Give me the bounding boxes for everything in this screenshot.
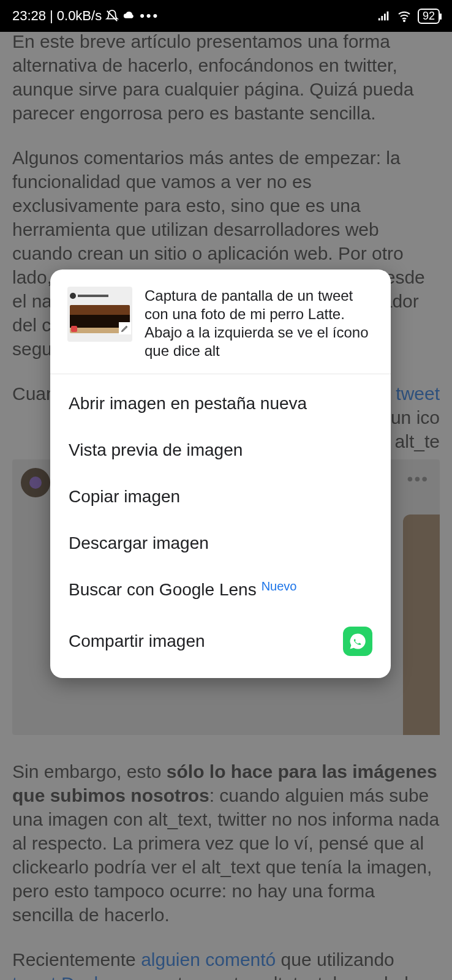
context-menu-title: Captura de pantalla de un tweet con una … [145,287,374,360]
status-net-speed: 0.0kB/s [57,8,102,24]
context-menu-thumbnail [67,287,132,342]
menu-download-image[interactable]: Descargar imagen [50,520,391,567]
whatsapp-icon[interactable] [343,627,372,656]
menu-preview-image[interactable]: Vista previa de imagen [50,427,391,473]
menu-share-image[interactable]: Compartir imagen [50,613,391,669]
svg-rect-3 [384,13,386,20]
status-time: 23:28 [12,8,46,24]
new-badge: Nuevo [262,579,297,594]
status-separator: | [50,8,53,24]
battery-indicator: 92 [418,9,440,24]
notifications-muted-icon [105,9,119,23]
svg-rect-1 [379,18,380,21]
wifi-icon [397,9,412,23]
android-status-bar: 23:28 | 0.0kB/s ••• 92 [0,0,452,32]
context-menu-header: Captura de pantalla de un tweet con una … [50,270,391,374]
menu-copy-image[interactable]: Copiar imagen [50,473,391,520]
signal-icon [377,9,391,23]
status-right: 92 [377,9,440,24]
pencil-icon [119,322,131,334]
battery-level: 92 [423,10,435,22]
svg-rect-4 [387,12,389,21]
svg-point-5 [404,20,405,21]
status-left: 23:28 | 0.0kB/s ••• [12,8,159,24]
alt-badge-icon [71,326,77,332]
context-menu-items: Abrir imagen en pestaña nueva Vista prev… [50,374,391,678]
svg-rect-2 [381,16,383,20]
image-context-menu: Captura de pantalla de un tweet con una … [50,270,391,678]
menu-open-new-tab[interactable]: Abrir imagen en pestaña nueva [50,380,391,427]
more-notifications-icon: ••• [140,8,159,24]
menu-google-lens[interactable]: Buscar con Google Lens Nuevo [50,567,391,613]
cloud-icon [122,9,136,23]
